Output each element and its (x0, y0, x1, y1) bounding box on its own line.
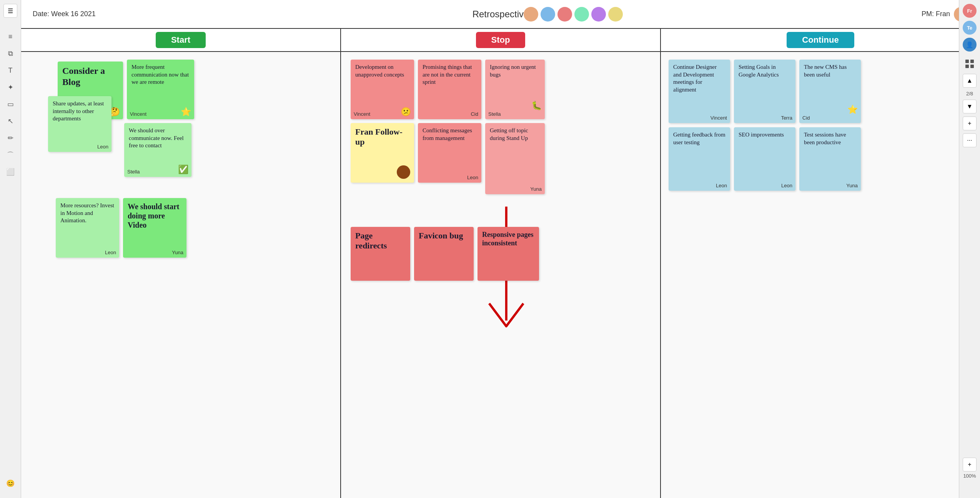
sticky-more-frequent[interactable]: More frequent communication now that we … (127, 60, 194, 119)
notes-tool[interactable]: ≡ (3, 30, 17, 43)
chevron-down-button[interactable]: ▼ (963, 100, 977, 113)
sticky-page-redirects[interactable]: Page redirects (351, 227, 410, 281)
page-indicator: 2/8 (966, 91, 973, 97)
sticky-user-feedback[interactable]: Getting feedback from user testing Leon (669, 127, 730, 191)
board: Consider a Blog 🤔 Terra Share updates, a… (21, 52, 980, 498)
sticky-text: Share updates, at least internally to ot… (53, 100, 107, 123)
sticky-share-updates[interactable]: Share updates, at least internally to ot… (48, 96, 111, 152)
text-tool[interactable]: T (3, 63, 17, 77)
add-button[interactable]: + (963, 458, 977, 471)
sticky-text: Getting off topic during Stand Up (490, 127, 540, 142)
sticky-new-cms[interactable]: The new CMS has been useful ⭐ Cid (799, 60, 861, 123)
start-button[interactable]: Start (156, 32, 206, 48)
avatar-6[interactable] (608, 7, 623, 22)
pointer-tool active[interactable]: ↖ (3, 114, 17, 128)
sticky-more-video[interactable]: We should start doing more Video Yuna (123, 198, 186, 258)
stop-column-header: Stop (341, 29, 661, 51)
more-button[interactable]: ··· (963, 133, 977, 147)
sticky-title: Page redirects (355, 231, 406, 251)
frame-tool[interactable]: ⬜ (3, 165, 17, 179)
copy-tool[interactable]: ⧉ (3, 47, 17, 60)
sticky-author: Vincent (710, 115, 727, 121)
sticky-seo-improvements[interactable]: SEO improvements Leon (734, 127, 795, 191)
sticky-text: Continue Designer and Development meetin… (673, 63, 725, 93)
sticky-author: Cid (802, 115, 810, 121)
sticky-text: More frequent communication now that we … (131, 63, 190, 86)
sticky-title: Responsive pages inconsistent (482, 231, 534, 247)
sticky-author: Terra (781, 115, 792, 121)
avatar-3[interactable] (557, 7, 572, 22)
zoom-in-button[interactable]: + (963, 117, 977, 130)
sticky-author: Stella (488, 111, 501, 117)
sticky-text: Getting feedback from user testing (673, 131, 725, 146)
svg-rect-0 (965, 60, 969, 63)
sticky-off-topic-standup[interactable]: Getting off topic during Stand Up Yuna (485, 123, 545, 194)
chevron-up-button[interactable]: ▲ (963, 74, 977, 88)
sticky-test-sessions[interactable]: Test sessions have been productive Yuna (799, 127, 861, 191)
sticky-text: Test sessions have been productive (804, 131, 856, 146)
sticky-author: Cid (471, 111, 478, 117)
right-avatar-te[interactable]: Te (963, 21, 977, 35)
stop-column: Development on unapproved concepts 😕 Vin… (341, 52, 661, 498)
sticky-author: Yuna (846, 183, 858, 188)
sticky-emoji: ⭐ (847, 105, 858, 115)
sticky-author: Yuna (172, 250, 183, 255)
column-headers: Start Stop Continue (21, 29, 980, 52)
grid-icon[interactable] (964, 58, 975, 71)
sticky-text: The new CMS has been useful (804, 63, 856, 78)
avatar-2[interactable] (541, 7, 555, 22)
sticky-author: Vincent (130, 111, 146, 117)
avatar-5[interactable] (591, 7, 606, 22)
start-column: Consider a Blog 🤔 Terra Share updates, a… (21, 52, 341, 498)
zoom-controls: + 100% (963, 458, 977, 479)
sticky-text: Conflicting messages from management (423, 127, 477, 142)
sticky-responsive-pages[interactable]: Responsive pages inconsistent (478, 227, 539, 281)
path-tool[interactable]: ⌒ (3, 148, 17, 162)
sticky-emoji: 🐛 (531, 101, 542, 111)
sticky-unapproved-concepts[interactable]: Development on unapproved concepts 😕 Vin… (351, 60, 414, 119)
sticky-continue-meetings[interactable]: Continue Designer and Development meetin… (669, 60, 730, 123)
emoji-tool[interactable]: 😊 (3, 476, 17, 490)
sticky-text: We should over communicate now. Feel fre… (129, 127, 187, 150)
svg-rect-1 (970, 60, 974, 63)
avatar-1[interactable] (524, 7, 538, 22)
sticky-author: Leon (716, 183, 727, 188)
svg-rect-3 (970, 65, 974, 68)
sticky-title: We should start doing more Video (128, 202, 182, 230)
sticky-text: Ignoring non urgent bugs (490, 63, 540, 78)
sticky-fran-followup[interactable]: Fran Follow-up (351, 123, 414, 183)
fran-avatar (397, 165, 410, 179)
sticky-author: Vincent (354, 111, 370, 117)
sticky-title: Fran Follow-up (355, 127, 409, 147)
sticky-over-communicate[interactable]: We should over communicate now. Feel fre… (124, 123, 191, 177)
sticky-conflicting-messages[interactable]: Conflicting messages from management Leo… (418, 123, 481, 183)
sticky-title: Favicon bug (419, 231, 469, 241)
topbar: Date: Week 16 2021 Retrospective PM: Fra… (21, 0, 980, 29)
sticky-author: Yuna (530, 186, 542, 192)
sticky-text: More resources? Invest in Motion and Ani… (60, 202, 115, 225)
sticky-setting-goals[interactable]: Setting Goals in Google Analytics Terra (734, 60, 795, 123)
continue-column: Continue Designer and Development meetin… (661, 52, 980, 498)
design-tool[interactable]: ✦ (3, 80, 17, 94)
sticky-text: Development on unapproved concepts (355, 63, 409, 78)
sticky-promising-things[interactable]: Promising things that are not in the cur… (418, 60, 481, 119)
stop-button[interactable]: Stop (476, 32, 526, 48)
sticky-non-urgent-bugs[interactable]: Ignoring non urgent bugs 🐛 Stella (485, 60, 545, 119)
continue-column-header: Continue (661, 29, 980, 51)
menu-button[interactable]: ☰ (3, 4, 17, 18)
pen-tool[interactable]: ✏ (3, 131, 17, 145)
left-sidebar: ☰ ≡ ⧉ T ✦ ▭ ↖ ✏ ⌒ ⬜ 😊 (0, 0, 21, 498)
participants-avatars (524, 7, 623, 22)
start-column-header: Start (21, 29, 341, 51)
sticky-more-resources[interactable]: More resources? Invest in Motion and Ani… (56, 198, 119, 258)
sticky-author: Leon (105, 250, 116, 255)
sticky-favicon-bug[interactable]: Favicon bug (414, 227, 474, 281)
right-sidebar: Fr Te 👤 ▲ 2/8 ▼ + ··· + 100% (959, 0, 980, 498)
sticky-text: Setting Goals in Google Analytics (739, 63, 791, 78)
right-avatar-user[interactable]: 👤 (963, 38, 977, 52)
right-avatar-fr[interactable]: Fr (963, 4, 977, 18)
zoom-level: 100% (963, 473, 976, 479)
media-tool[interactable]: ▭ (3, 97, 17, 111)
continue-button[interactable]: Continue (787, 32, 854, 48)
avatar-4[interactable] (574, 7, 589, 22)
